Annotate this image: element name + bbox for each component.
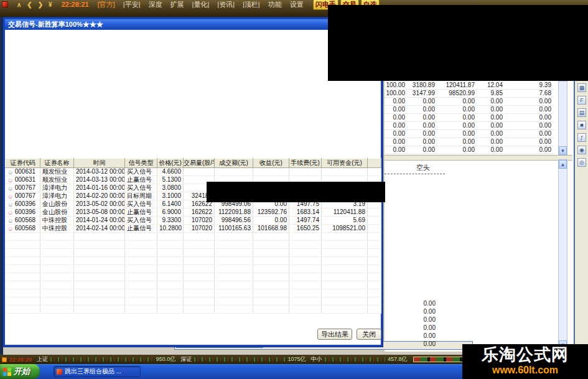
empty-cell: [289, 306, 322, 314]
formula-icon[interactable]: ƒ: [577, 133, 586, 142]
positions-cell: 0.00: [477, 138, 505, 146]
column-header[interactable]: 价格(元): [157, 159, 184, 168]
empty-cell: [368, 273, 381, 281]
table-cell: 101668.98: [253, 225, 289, 233]
page-icon[interactable]: ▤: [577, 108, 586, 117]
menu-item[interactable]: 深度: [149, 0, 162, 9]
windows-logo-icon: [3, 368, 11, 376]
column-header[interactable]: 证券名称: [40, 159, 74, 168]
empty-cell: [125, 297, 157, 306]
toolbar-clock: 22:28:21: [62, 1, 89, 8]
nav-menu-icon[interactable]: ¥: [49, 1, 52, 8]
positions-table[interactable]: 100.003180.89120411.8712.049.39100.00314…: [385, 82, 554, 154]
empty-row: [6, 265, 381, 273]
taskbar-task-button[interactable]: 跳出三界组合极品 ...: [54, 366, 141, 377]
search-icon[interactable]: ◎: [577, 158, 586, 167]
column-header[interactable]: 手续费(元): [289, 159, 322, 168]
start-button[interactable]: 开始: [0, 364, 40, 379]
positions-scrollbar[interactable]: ▼: [558, 81, 567, 156]
empty-cell: [322, 241, 368, 249]
nav-forward-icon[interactable]: ❯: [38, 1, 43, 8]
menu-items: [官方]|平安|深度扩展|量化||资讯||顶栏|功能设置: [98, 0, 312, 9]
smiley-icon: ☺: [7, 210, 14, 216]
empty-cell: [322, 257, 368, 265]
positions-row[interactable]: 0.000.000.000.000.00: [385, 106, 554, 114]
font-icon[interactable]: F: [577, 96, 586, 105]
menu-item[interactable]: |顶栏|: [243, 0, 260, 9]
refresh-icon[interactable]: ◉: [577, 146, 586, 154]
close-button[interactable]: 关闭: [357, 329, 381, 340]
column-header[interactable]: 证券代码: [6, 159, 40, 168]
column-header[interactable]: 成交额(元): [215, 159, 253, 168]
watermark-title: 乐淘公式网: [462, 344, 588, 365]
index-label-sz[interactable]: 深证: [180, 355, 192, 363]
empty-cell: [74, 273, 125, 281]
column-header[interactable]: 可用资金(元): [322, 159, 368, 168]
positions-row[interactable]: 0.000.000.000.000.00: [385, 146, 554, 154]
index-label-zx[interactable]: 中小: [311, 355, 322, 363]
empty-cell: [157, 249, 184, 257]
empty-cell: [6, 233, 40, 241]
positions-row[interactable]: 100.003147.9998520.999.857.68: [385, 90, 554, 98]
scroll-up-icon[interactable]: ▲: [559, 160, 567, 169]
column-header[interactable]: 交易量(股/手): [184, 159, 215, 168]
menu-item[interactable]: [官方]: [98, 0, 115, 9]
empty-cell: [40, 297, 74, 306]
positions-row[interactable]: 0.000.000.000.000.00: [385, 130, 554, 138]
table-cell: [368, 225, 381, 233]
positions-row[interactable]: 0.000.000.000.000.00: [385, 138, 554, 146]
nav-back-icon[interactable]: ❮: [27, 1, 32, 8]
empty-cell: [215, 257, 253, 265]
menu-item[interactable]: 设置: [290, 0, 304, 9]
empty-cell: [289, 289, 322, 297]
zero-value: 0.00: [398, 324, 436, 332]
table-row[interactable]: ☺600568中珠控股2014-02-14 00:00止赢信号10.280010…: [6, 225, 381, 233]
table-cell: 3.0800: [157, 184, 184, 192]
nav-up-icon[interactable]: ∧: [17, 1, 21, 8]
empty-cell: [322, 281, 368, 289]
column-header[interactable]: 时间: [74, 159, 125, 168]
signal-table-header[interactable]: 证券代码证券名称时间信号类型价格(元)交易量(股/手)成交额(元)收益(元)手续…: [6, 159, 381, 168]
scroll-down-icon[interactable]: ▼: [559, 146, 567, 155]
index-label-sh[interactable]: 上证: [37, 355, 48, 363]
table-row[interactable]: ☺600568中珠控股2014-01-24 00:00买入信号9.3300107…: [6, 217, 381, 225]
positions-row[interactable]: 0.000.000.000.000.00: [385, 114, 554, 122]
export-results-button[interactable]: 导出结果: [317, 329, 352, 340]
text-panel-scrollbar[interactable]: ▲ ▼: [558, 159, 567, 350]
empty-cell: [215, 233, 253, 241]
empty-cell: [6, 289, 40, 297]
column-header[interactable]: 信号类型: [125, 159, 157, 168]
menu-item[interactable]: |量化|: [192, 0, 210, 9]
empty-cell: [289, 273, 322, 281]
menu-item[interactable]: 功能: [268, 0, 282, 9]
table-row[interactable]: ☺600396金山股份2013-05-08 00:00止赢信号6.9000162…: [6, 208, 381, 217]
positions-row[interactable]: 0.000.000.000.000.00: [385, 98, 554, 106]
menu-item[interactable]: 扩展: [170, 0, 184, 9]
empty-row: [6, 273, 381, 281]
positions-row[interactable]: 0.000.000.000.000.00: [385, 122, 554, 130]
stop-icon[interactable]: ■: [577, 121, 586, 129]
menu-item[interactable]: |平安|: [123, 0, 141, 9]
table-cell: 5.69: [322, 217, 368, 225]
dialog-titlebar[interactable]: 交易信号-新胜算率100%★★★: [5, 19, 381, 30]
positions-cell: 9.39: [505, 82, 554, 89]
empty-cell: [253, 257, 289, 265]
positions-row[interactable]: 100.003180.89120411.8712.049.39: [385, 82, 554, 90]
positions-cell: 0.00: [385, 130, 408, 138]
empty-cell: [125, 289, 157, 297]
market-ticks: [50, 357, 154, 362]
panel-divider: [385, 155, 572, 161]
empty-cell: [368, 233, 381, 241]
empty-cell: [125, 273, 157, 281]
app-logo-icon: [2, 1, 8, 7]
column-header[interactable]: 收益(元): [253, 159, 289, 168]
empty-cell: [40, 273, 74, 281]
empty-cell: [289, 297, 322, 306]
empty-cell: [157, 265, 184, 273]
table-cell: [368, 217, 381, 225]
table-row[interactable]: ☺000631顺发恒业2014-03-12 00:00买入信号4.6600: [6, 168, 381, 176]
keyboard-icon[interactable]: ▦: [577, 83, 586, 92]
table-cell: 2014-02-14 00:00: [74, 225, 125, 233]
positions-cell: 0.00: [477, 122, 505, 129]
menu-item[interactable]: |资讯|: [217, 0, 235, 9]
